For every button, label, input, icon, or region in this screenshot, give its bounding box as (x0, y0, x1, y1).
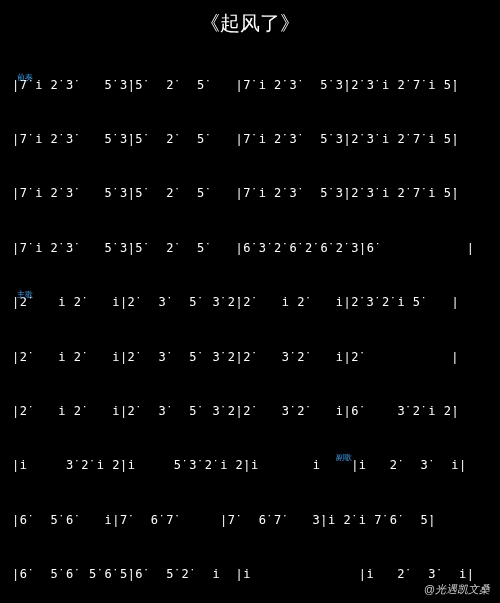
song-title: 《起风了》 (0, 0, 500, 42)
sheet-row: |i̇ 3̇ 2̇ i̇ 2̇|i̇ 5̇ 3̇ 2̇ i̇ 2̇|i̇ i̇ … (12, 456, 488, 477)
music-sheet: |7̇ i̇ 2̇ 3̇ 5̇ 3̇|5̇ 2̇ 5̇ |7̇ i̇ 2̇ 3̇… (0, 42, 500, 603)
sheet-row: |2̇ i̇ 2̇ i̇|2̇ 3̇ 5̇ 3̇ 2̇|2̇ i̇ 2̇ i̇|… (12, 293, 488, 314)
sheet-row: |6̇ 5̇ 6̇ i̇|7̇ 6̇ 7̇ |7̇ 6̇ 7̇ 3̇|i̇ 2̇… (12, 511, 488, 532)
sheet-row: |7̇ i̇ 2̇ 3̇ 5̇ 3̇|5̇ 2̇ 5̇ |7̇ i̇ 2̇ 3̇… (12, 76, 488, 97)
sheet-row: |7̇ i̇ 2̇ 3̇ 5̇ 3̇|5̇ 2̇ 5̇ |7̇ i̇ 2̇ 3̇… (12, 184, 488, 205)
section-label: 主歌 (17, 289, 34, 300)
author-credit: @光遇凯文桑 (424, 582, 490, 597)
sheet-row: |7̇ i̇ 2̇ 3̇ 5̇ 3̇|5̇ 2̇ 5̇ |6̇ 3̇ 2̇ 6̇… (12, 239, 488, 260)
sheet-row: |2̇ i̇ 2̇ i̇|2̇ 3̇ 5̇ 3̇ 2̇|2̇ 3̇ 2̇ i̇|… (12, 402, 488, 423)
sheet-row: |7̇ i̇ 2̇ 3̇ 5̇ 3̇|5̇ 2̇ 5̇ |7̇ i̇ 2̇ 3̇… (12, 130, 488, 151)
sheet-row: |2̇ i̇ 2̇ i̇|2̇ 3̇ 5̇ 3̇ 2̇|2̇ 3̇ 2̇ i̇|… (12, 348, 488, 369)
section-label: 前奏 (17, 72, 34, 83)
section-label: 副歌 (336, 452, 353, 463)
sheet-row: |6̇ 5̇ 6̇ 5̇ 6̇ 5̇|6̇ 5̇ 2̇ i̇ |i̇ |i̇ 2… (12, 565, 488, 586)
